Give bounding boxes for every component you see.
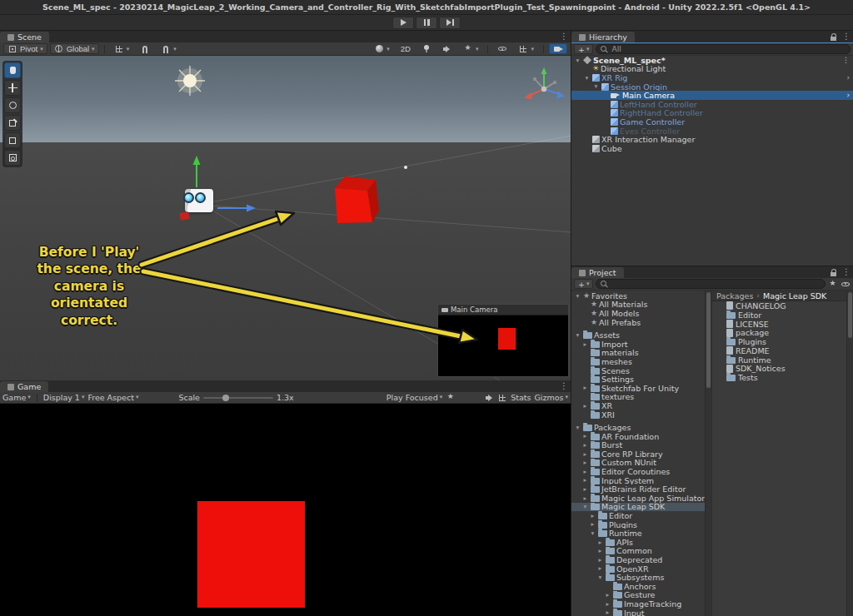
- stats-toggle[interactable]: Stats: [511, 393, 531, 402]
- foldout-right-icon[interactable]: ▸: [596, 548, 604, 554]
- project-tree-row[interactable]: ▸Deprecated: [571, 555, 705, 564]
- breadcrumb-root[interactable]: Packages: [716, 291, 753, 301]
- foldout-right-icon[interactable]: ▸: [581, 469, 589, 475]
- project-tree-row[interactable]: ▸JetBrains Rider Editor: [571, 484, 705, 494]
- mute-audio-icon[interactable]: [484, 393, 494, 403]
- project-tree-row[interactable]: ▾★Favorites: [571, 291, 705, 301]
- project-tree-row[interactable]: ▸Magic Leap App Simulator for Unity: [571, 494, 705, 503]
- effects-dropdown[interactable]: [459, 43, 483, 54]
- foldout-right-icon[interactable]: ▸: [581, 341, 589, 348]
- 2d-toggle[interactable]: 2D: [397, 43, 415, 54]
- snap-increment-dropdown[interactable]: [157, 43, 181, 54]
- tab-project[interactable]: Project: [571, 267, 624, 278]
- play-focused-dropdown[interactable]: Play Focused: [387, 393, 442, 402]
- foldout-down-icon[interactable]: ▾: [574, 332, 581, 339]
- project-file-row[interactable]: CHANGELOG: [712, 301, 846, 310]
- open-prefab-chevron-icon[interactable]: ›: [846, 92, 850, 99]
- move-tool-button[interactable]: [4, 80, 21, 96]
- foldout-right-icon[interactable]: ▸: [604, 609, 611, 616]
- project-tree-row[interactable]: ▸Editor: [571, 511, 705, 520]
- tab-hierarchy[interactable]: Hierarchy: [571, 32, 635, 42]
- scale-slider[interactable]: [203, 397, 273, 399]
- foldout-right-icon[interactable]: ▸: [581, 385, 589, 391]
- transform-tool-button[interactable]: [4, 150, 21, 166]
- project-tree-row[interactable]: ▸Gesture: [571, 591, 705, 600]
- project-file-row[interactable]: README: [712, 346, 846, 355]
- project-tree-row[interactable]: ▸ImageTracking: [571, 599, 705, 609]
- display-dropdown[interactable]: Display 1: [43, 393, 85, 402]
- project-tree-row[interactable]: ▸Plugins: [571, 520, 705, 529]
- foldout-right-icon[interactable]: ▸: [581, 451, 589, 458]
- project-tree-row[interactable]: materials: [571, 349, 705, 358]
- hierarchy-row[interactable]: RightHand Controller: [571, 109, 853, 118]
- project-tree-row[interactable]: meshes: [571, 357, 705, 366]
- grid-snap-dropdown[interactable]: [110, 43, 134, 54]
- scene-visibility-toggle[interactable]: [493, 43, 511, 54]
- hierarchy-row[interactable]: Cube: [571, 144, 853, 153]
- breadcrumb-current[interactable]: Magic Leap SDK: [763, 291, 826, 301]
- game-view-dropdown[interactable]: Game: [2, 393, 31, 402]
- scale-slider-knob[interactable]: [222, 395, 229, 401]
- project-tree-row[interactable]: Settings: [571, 375, 705, 384]
- item-menu-icon[interactable]: ⋮: [842, 57, 850, 64]
- hierarchy-row[interactable]: Game Controller: [571, 117, 853, 127]
- project-search-input[interactable]: [596, 279, 826, 289]
- scene-lighting-toggle[interactable]: [417, 43, 436, 54]
- snap-toggle[interactable]: [136, 43, 154, 54]
- hierarchy-row[interactable]: Eyes Controller: [571, 127, 853, 136]
- project-tree-row[interactable]: ★All Materials: [571, 301, 705, 310]
- project-tree-row[interactable]: textures: [571, 393, 705, 402]
- project-tree-row[interactable]: ▸Input System: [571, 476, 705, 485]
- pivot-mode-dropdown[interactable]: Pivot: [3, 43, 47, 54]
- foldout-right-icon[interactable]: ▸: [581, 486, 589, 493]
- pause-button[interactable]: [416, 17, 437, 29]
- foldout-right-icon[interactable]: ▸: [596, 565, 604, 572]
- aspect-ratio-dropdown[interactable]: Free Aspect: [87, 393, 138, 402]
- foldout-right-icon[interactable]: ▸: [581, 460, 589, 466]
- project-file-row[interactable]: SDK_Notices: [712, 365, 846, 374]
- project-tree-scrollbar[interactable]: [705, 291, 711, 616]
- project-tree-row[interactable]: ▸Custom NUnit: [571, 459, 705, 468]
- project-tree-row[interactable]: ▸Burst: [571, 441, 705, 450]
- foldout-down-icon[interactable]: ▾: [589, 530, 596, 537]
- scene-orientation-gizmo[interactable]: [516, 62, 570, 116]
- project-tree-row[interactable]: ▸Core RP Library: [571, 450, 705, 459]
- tab-game[interactable]: Game: [0, 381, 48, 392]
- project-file-row[interactable]: package: [712, 328, 846, 337]
- hierarchy-panel-menu-icon[interactable]: [842, 32, 851, 41]
- hierarchy-row[interactable]: ▾XR Rig›: [571, 73, 853, 82]
- foldout-right-icon[interactable]: ▸: [596, 557, 604, 564]
- foldout-right-icon[interactable]: ▸: [581, 442, 589, 449]
- foldout-right-icon[interactable]: ▸: [604, 592, 611, 599]
- search-by-type-icon[interactable]: [828, 279, 838, 289]
- project-file-row[interactable]: Runtime: [712, 355, 846, 365]
- scale-tool-button[interactable]: [4, 115, 21, 131]
- screenshot-icon[interactable]: [446, 393, 456, 403]
- foldout-right-icon[interactable]: ▸: [581, 477, 589, 484]
- project-tree-row[interactable]: ▾Magic Leap SDK: [571, 503, 705, 512]
- foldout-down-icon[interactable]: ▾: [583, 75, 591, 82]
- rect-tool-button[interactable]: [4, 132, 21, 148]
- scrollbar-thumb[interactable]: [848, 292, 852, 338]
- gizmo-x-axis-icon[interactable]: [524, 93, 532, 100]
- robot-character-object[interactable]: [180, 186, 220, 222]
- lock-icon[interactable]: [828, 32, 838, 42]
- foldout-right-icon[interactable]: ▸: [581, 433, 589, 440]
- foldout-down-icon[interactable]: ▾: [592, 83, 600, 90]
- lock-icon[interactable]: [828, 267, 838, 277]
- foldout-down-icon[interactable]: ▾: [581, 504, 589, 510]
- project-tree-row[interactable]: ▾Subsystems: [571, 573, 705, 582]
- tab-scene[interactable]: Scene: [0, 32, 49, 42]
- hierarchy-search-input[interactable]: All: [596, 44, 851, 54]
- foldout-right-icon[interactable]: ▸: [581, 403, 589, 410]
- project-tree-row[interactable]: ▸Sketchfab For Unity: [571, 384, 705, 393]
- vsync-grid-icon[interactable]: [497, 393, 507, 403]
- foldout-down-icon[interactable]: ▾: [574, 293, 581, 300]
- project-tree-row[interactable]: XRI: [571, 410, 705, 420]
- gizmo-y-axis-icon[interactable]: [541, 67, 547, 74]
- project-tree-row[interactable]: ★All Prefabs: [571, 318, 705, 327]
- handle-rotation-dropdown[interactable]: Global: [50, 43, 99, 54]
- open-prefab-chevron-icon[interactable]: ›: [846, 74, 850, 82]
- foldout-down-icon[interactable]: ▾: [574, 57, 581, 64]
- foldout-right-icon[interactable]: ▸: [581, 495, 589, 502]
